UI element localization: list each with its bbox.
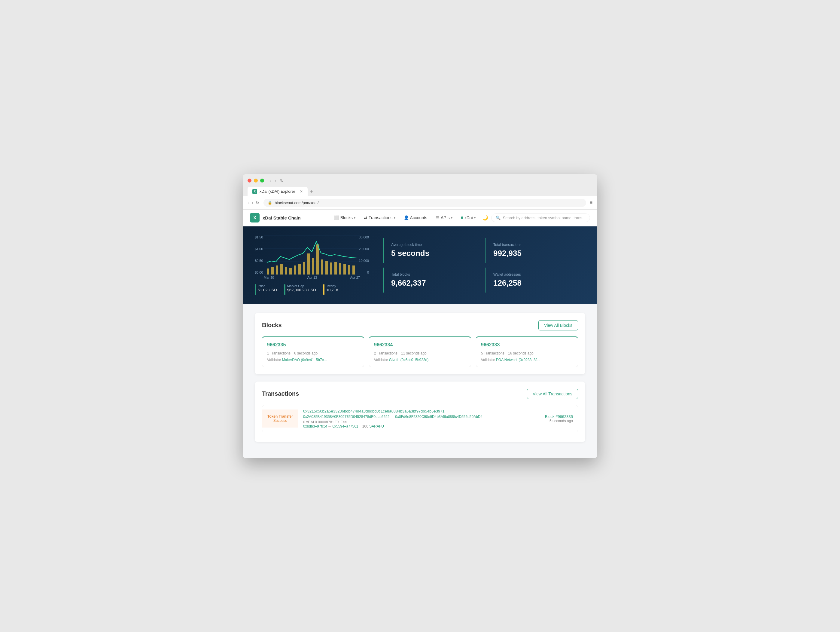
tx-hash-1[interactable]: 0x3215c50b2a5e33236bdb474d4a3dbdbd0c1ce8… [303, 409, 535, 413]
browser-window: ‹ › ↻ X xDai (xDAI) Explorer ✕ + ‹ › ↻ 🔒… [243, 174, 597, 458]
blocks-label: Blocks [340, 215, 353, 220]
brand: X xDai Stable Chain [250, 213, 301, 222]
browser-menu-icon[interactable]: ≡ [590, 200, 592, 205]
brand-name: xDai Stable Chain [262, 215, 301, 220]
maximize-button[interactable] [260, 179, 264, 182]
tx-from-short-1[interactable]: 0xbdb3–97fc5f [303, 424, 327, 428]
transactions-nav-item[interactable]: ⇄ Transactions ▾ [360, 213, 399, 222]
apis-chevron-icon: ▾ [451, 216, 452, 220]
url-text: blockscout.com/poa/xdai/ [275, 201, 319, 205]
svg-rect-10 [294, 266, 296, 274]
address-nav: ‹ › ↻ [248, 200, 260, 206]
tx-block-1[interactable]: Block #9662335 [545, 414, 573, 419]
transactions-label: Transactions [369, 215, 393, 220]
block-validator-link-1[interactable]: MakerDAO (0x9e41–5b7c... [282, 358, 327, 362]
stat-total-tx: Total transactions 992,935 [485, 238, 583, 263]
new-tab-button[interactable]: + [308, 188, 316, 196]
transactions-section-title: Transactions [262, 390, 299, 397]
blocks-nav-item[interactable]: ⬜ Blocks ▾ [330, 213, 359, 222]
view-all-transactions-button[interactable]: View All Transactions [527, 389, 578, 399]
svg-rect-7 [280, 264, 283, 274]
price-legend-text: Price $1.02 USD [258, 284, 277, 292]
chart-y-labels: $1.50 $1.00 $0.50 $0.00 [255, 235, 263, 274]
txday-legend-text: Tx/day 10,718 [326, 284, 338, 292]
apis-label: APIs [441, 215, 450, 220]
tab-close-icon[interactable]: ✕ [300, 189, 303, 194]
dark-mode-icon[interactable]: 🌙 [480, 213, 490, 222]
tx-fee-1: 0 xDAI 0.00008781 TX Fee [303, 420, 535, 424]
svg-rect-18 [330, 263, 332, 274]
network-dot-icon [461, 217, 463, 219]
nav-buttons: ‹ › ↻ [269, 178, 285, 184]
tx-to-1[interactable]: 0x0Fd6e8F2320C90e9D4b3A5bd888c4D556d20Ab… [395, 415, 483, 419]
chart-legend: Price $1.02 USD Market Cap $62,000.28 US… [255, 284, 369, 295]
tx-amount-1: 0xbdb3–97fc5f → 0x5594–a77561 100 SARAFU [303, 424, 535, 428]
block-tx-count-1: 1 Transactions [267, 351, 291, 355]
blocks-icon: ⬜ [334, 215, 339, 220]
block-time-1: 6 seconds ago [294, 351, 317, 355]
svg-rect-19 [335, 262, 337, 274]
marketcap-legend-text: Market Cap $62,000.28 USD [287, 284, 316, 292]
transactions-icon: ⇄ [364, 215, 368, 220]
tx-time-1: 5 seconds ago [545, 419, 573, 423]
svg-rect-5 [271, 267, 274, 274]
browser-controls: ‹ › ↻ [248, 178, 592, 184]
tx-addresses-1: 0x2A085B419358A0F309775D04528478dE0dab55… [303, 415, 535, 419]
block-number-3[interactable]: 9662333 [481, 342, 573, 348]
tab-favicon: X [253, 189, 257, 194]
apis-nav-item[interactable]: ☰ APIs ▾ [432, 213, 456, 222]
browser-chrome: ‹ › ↻ X xDai (xDAI) Explorer ✕ + [243, 174, 597, 196]
block-validator-3: Validator POA Network (0x9233–8f... [481, 358, 573, 362]
svg-rect-23 [352, 266, 355, 274]
block-number-2[interactable]: 9662334 [374, 342, 466, 348]
price-legend-bar [255, 284, 256, 295]
close-button[interactable] [248, 179, 251, 182]
price-chart [264, 235, 360, 274]
chart-y2-labels: 30,000 20,000 10,000 0 [359, 235, 369, 274]
tx-details-1: 0x3215c50b2a5e33236bdb474d4a3dbdbd0c1ce8… [298, 405, 540, 432]
blocks-section-title: Blocks [262, 322, 282, 329]
tx-to-short-1[interactable]: 0x5594–a77561 [332, 424, 358, 428]
transaction-row-1: Token Transfer Success 0x3215c50b2a5e332… [262, 405, 578, 432]
block-time-3: 16 seconds ago [508, 351, 534, 355]
back-button[interactable]: ‹ [269, 178, 273, 184]
svg-rect-17 [325, 261, 328, 274]
view-all-blocks-button[interactable]: View All Blocks [538, 320, 578, 330]
blocks-chevron-icon: ▾ [354, 216, 355, 220]
block-number-1[interactable]: 9662335 [267, 342, 359, 348]
price-legend: Price $1.02 USD [255, 284, 277, 295]
svg-rect-13 [307, 253, 310, 274]
tab-title: xDai (xDAI) Explorer [260, 189, 295, 194]
block-meta-3: 5 Transactions 16 seconds ago [481, 351, 573, 355]
svg-rect-12 [303, 262, 305, 274]
svg-rect-16 [321, 260, 323, 274]
search-bar[interactable]: 🔍 Search by address, token symbol name, … [491, 214, 590, 222]
accounts-nav-item[interactable]: 👤 Accounts [400, 213, 431, 222]
addr-reload-button[interactable]: ↻ [255, 200, 260, 206]
stat-avg-block-time: Average block time 5 seconds [383, 238, 481, 263]
apis-icon: ☰ [436, 215, 439, 220]
blocks-section-header: Blocks View All Blocks [262, 320, 578, 330]
svg-rect-21 [343, 264, 346, 274]
network-label: xDai [464, 215, 473, 220]
tab-bar: X xDai (xDAI) Explorer ✕ + [248, 187, 592, 196]
reload-button[interactable]: ↻ [279, 178, 285, 184]
svg-rect-22 [348, 265, 350, 274]
app-navbar: X xDai Stable Chain ⬜ Blocks ▾ ⇄ Transac… [243, 209, 597, 227]
svg-rect-14 [312, 258, 314, 274]
addr-forward-button[interactable]: › [251, 200, 254, 206]
forward-button[interactable]: › [274, 178, 278, 184]
block-tx-count-3: 5 Transactions [481, 351, 504, 355]
lock-icon: 🔒 [268, 201, 272, 205]
active-tab[interactable]: X xDai (xDAI) Explorer ✕ [248, 187, 308, 196]
address-bar[interactable]: 🔒 blockscout.com/poa/xdai/ [264, 199, 586, 207]
network-nav-item[interactable]: xDai ▾ [457, 213, 479, 222]
minimize-button[interactable] [254, 179, 258, 182]
block-validator-link-2[interactable]: Giveth (0x6dc0–5b923d) [389, 358, 428, 362]
tx-from-1[interactable]: 0x2A085B419358A0F309775D04528478dE0dab55… [303, 415, 390, 419]
address-bar-row: ‹ › ↻ 🔒 blockscout.com/poa/xdai/ ≡ [243, 196, 597, 209]
block-validator-link-3[interactable]: POA Network (0x9233–8f... [496, 358, 540, 362]
addr-back-button[interactable]: ‹ [248, 200, 250, 206]
txday-legend-bar [323, 284, 324, 295]
tx-status-label-1: Token Transfer [266, 414, 294, 418]
